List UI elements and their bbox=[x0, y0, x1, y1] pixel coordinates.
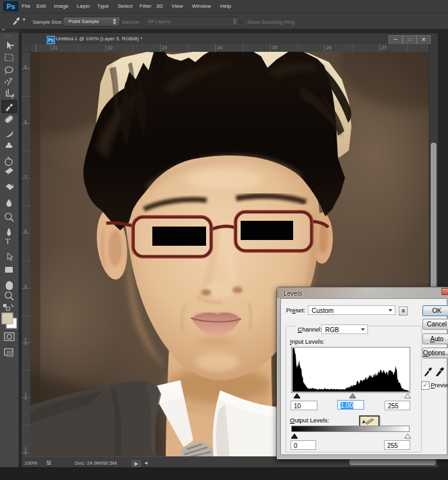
svg-text:T: T bbox=[5, 236, 10, 246]
